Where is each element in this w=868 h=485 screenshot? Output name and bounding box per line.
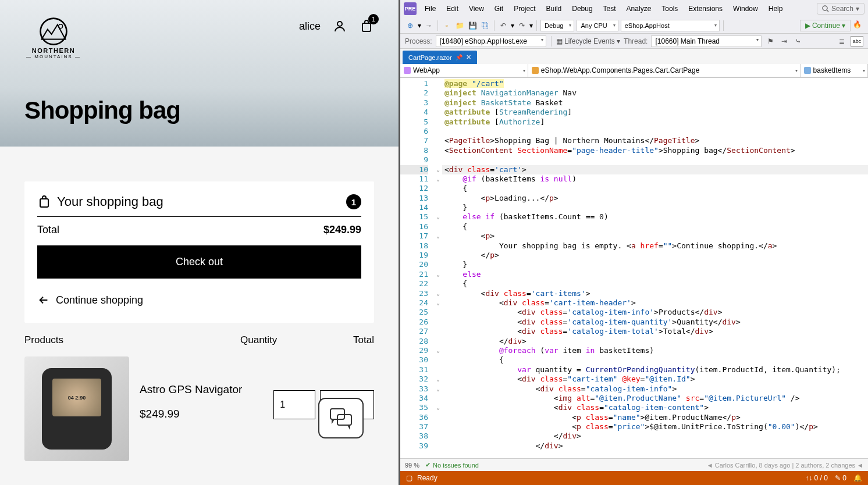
zoom-pct[interactable]: 99 % xyxy=(405,462,419,469)
menu-file[interactable]: File xyxy=(420,2,440,15)
platform-combo[interactable]: Any CPU xyxy=(577,20,618,31)
cart-icon[interactable]: 1 xyxy=(359,19,374,34)
svg-rect-4 xyxy=(40,199,48,207)
search-button[interactable]: Search ▾ xyxy=(817,3,865,15)
step-icon[interactable]: ⇥ xyxy=(779,36,789,47)
thread-combo[interactable]: [10660] Main Thread xyxy=(651,35,762,47)
error-count[interactable]: ✎ 0 xyxy=(835,474,846,482)
checkout-button[interactable]: Check out xyxy=(37,245,361,279)
menu-bar: PRE FileEditViewGitProjectBuildDebugTest… xyxy=(400,0,868,17)
menu-project[interactable]: Project xyxy=(509,2,540,15)
user-icon[interactable] xyxy=(332,19,347,34)
editor-tabs: CartPage.razor 📌 ✕ xyxy=(400,49,868,64)
continue-label: Continue shopping xyxy=(56,294,143,306)
menu-view[interactable]: View xyxy=(464,2,489,15)
bag-count: 1 xyxy=(346,194,361,209)
tab-cartpage[interactable]: CartPage.razor 📌 ✕ xyxy=(403,51,477,64)
saveall-icon[interactable]: ⿻ xyxy=(480,20,490,31)
project-combo[interactable]: eShop.AppHost xyxy=(621,20,720,31)
nav-count[interactable]: ↑↓ 0 / 0 xyxy=(805,474,828,482)
code-area[interactable]: @page "/cart"@inject NavigationManager N… xyxy=(442,78,868,458)
menu-test[interactable]: Test xyxy=(599,2,621,15)
total-label: Total xyxy=(37,224,59,236)
nav-class[interactable]: eShop.WebApp.Components.Pages.Cart.CartP… xyxy=(528,64,801,77)
arrow-left-icon xyxy=(37,294,50,306)
output-icon[interactable]: ▢ xyxy=(406,474,412,482)
nav-project[interactable]: WebApp xyxy=(400,64,528,77)
abc-box[interactable]: abc xyxy=(851,36,863,47)
chat-icon xyxy=(328,406,354,430)
process-combo[interactable]: [18480] eShop.AppHost.exe xyxy=(436,35,546,47)
col-total: Total xyxy=(333,334,374,346)
header-actions: alice 1 xyxy=(299,19,374,34)
menu-build[interactable]: Build xyxy=(542,2,567,15)
hot-reload-icon[interactable]: 🔥 xyxy=(853,20,863,31)
debug-toolbar: Process: [18480] eShop.AppHost.exe ▦ Lif… xyxy=(400,34,868,49)
quantity-input[interactable] xyxy=(273,390,315,419)
list-icon[interactable]: ≣ xyxy=(837,36,847,47)
products-section: Products Quantity Total 04 2:90 Astro GP… xyxy=(24,334,374,461)
flag-icon[interactable]: ⚑ xyxy=(765,36,775,47)
fold-column[interactable]: ⌄⌄⌄⌄⌄⌄⌄⌄⌄⌄⌄ xyxy=(434,78,442,458)
brand-name: NORTHERN xyxy=(32,47,75,54)
save-icon[interactable]: 💾 xyxy=(467,20,478,31)
menu-debug[interactable]: Debug xyxy=(567,2,597,15)
menu-tools[interactable]: Tools xyxy=(657,2,682,15)
menu-git[interactable]: Git xyxy=(490,2,508,15)
card-header: Your shopping bag 1 xyxy=(37,194,361,217)
tab-label: CartPage.razor xyxy=(408,54,452,61)
menu-window[interactable]: Window xyxy=(728,2,763,15)
status-ready: Ready xyxy=(417,474,437,482)
back-icon[interactable]: ⊕ xyxy=(405,20,415,31)
hero-header: NORTHERN — MOUNTAINS — alice 1 Shopping … xyxy=(0,0,399,147)
codelens-info[interactable]: ◄ Carlos Carrillo, 8 days ago | 2 author… xyxy=(707,462,863,469)
col-quantity: Quantity xyxy=(240,334,333,346)
search-label: Search xyxy=(831,5,853,13)
continue-button[interactable]: ▶ Continue ▾ xyxy=(800,20,851,31)
line-gutter: 1234567891011121314151617181920212223242… xyxy=(400,78,434,458)
svg-point-1 xyxy=(59,24,63,28)
col-products: Products xyxy=(24,334,240,346)
undo-icon[interactable]: ↶ xyxy=(498,20,508,31)
menu-help[interactable]: Help xyxy=(764,2,788,15)
continue-shopping-link[interactable]: Continue shopping xyxy=(37,290,361,310)
menu-extensions[interactable]: Extensions xyxy=(684,2,727,15)
fwd-icon[interactable]: → xyxy=(424,20,434,31)
cart-badge: 1 xyxy=(368,14,379,24)
products-header: Products Quantity Total xyxy=(24,334,374,346)
redo-icon[interactable]: ↷ xyxy=(517,20,527,31)
product-price: $249.99 xyxy=(140,408,263,420)
nav-member[interactable]: basketItems xyxy=(801,64,868,77)
lifecycle-events[interactable]: ▦ Lifecycle Events ▾ xyxy=(556,37,620,45)
product-info: Astro GPS Navigator $249.99 xyxy=(140,356,263,420)
code-editor[interactable]: 1234567891011121314151617181920212223242… xyxy=(400,78,868,458)
search-icon xyxy=(822,5,829,12)
svg-point-2 xyxy=(337,22,342,26)
visual-studio-pane: PRE FileEditViewGitProjectBuildDebugTest… xyxy=(399,0,868,485)
cart-summary-card: Your shopping bag 1 Total $249.99 Check … xyxy=(24,181,374,323)
config-combo[interactable]: Debug xyxy=(540,20,574,31)
bell-icon[interactable]: 🔔 xyxy=(853,474,862,482)
brand-logo[interactable]: NORTHERN — MOUNTAINS — xyxy=(24,12,83,64)
product-image[interactable]: 04 2:90 xyxy=(24,356,129,461)
bag-icon xyxy=(37,195,51,209)
thread-label: Thread: xyxy=(624,37,648,45)
step2-icon[interactable]: ⤷ xyxy=(793,36,803,47)
user-name[interactable]: alice xyxy=(299,20,321,33)
brand-tagline: — MOUNTAINS — xyxy=(26,54,81,59)
product-name: Astro GPS Navigator xyxy=(140,383,263,397)
main-toolbar: ⊕▾ → ▫ 📁 💾 ⿻ ↶▾ ↷▾ Debug Any CPU eShop.A… xyxy=(400,17,868,34)
menu-analyze[interactable]: Analyze xyxy=(622,2,656,15)
no-issues[interactable]: ✔ No issues found xyxy=(425,461,479,469)
vs-logo-icon[interactable]: PRE xyxy=(404,2,417,15)
status-bar: ▢ Ready ↑↓ 0 / 0 ✎ 0 🔔 xyxy=(400,471,868,485)
menu-edit[interactable]: Edit xyxy=(442,2,463,15)
pin-icon[interactable]: 📌 xyxy=(456,54,463,60)
new-icon[interactable]: ▫ xyxy=(442,20,452,31)
chat-button[interactable] xyxy=(318,398,364,438)
bag-title: Your shopping bag xyxy=(57,194,340,209)
close-icon[interactable]: ✕ xyxy=(466,54,471,61)
continue-label: Continue xyxy=(812,22,840,30)
process-label: Process: xyxy=(405,37,432,45)
open-icon[interactable]: 📁 xyxy=(454,20,465,31)
